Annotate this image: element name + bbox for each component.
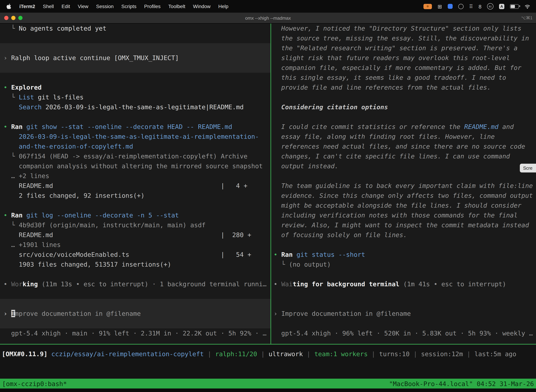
mode-indicator: ultrawork bbox=[268, 350, 303, 358]
text-segment: of focusing solely on file lines. bbox=[274, 231, 407, 238]
text-segment: git show --stat --oneline --decorate HEA… bbox=[23, 123, 232, 130]
terminal-right-pane[interactable]: However, I noticed the "Directory Struct… bbox=[271, 23, 536, 344]
text-segment: Ralph loop active continue [OMX_TMUX_INJ… bbox=[11, 54, 179, 61]
tree-elbow: └ bbox=[4, 152, 19, 160]
text-segment: Ran bbox=[11, 211, 23, 219]
circle-app-icon[interactable] bbox=[458, 4, 463, 9]
file-link: README.md bbox=[464, 123, 498, 130]
text-segment: 2026-03-09-is-legal-the-same-as-legitima… bbox=[42, 103, 244, 111]
menu-app-name[interactable]: iTerm2 bbox=[15, 4, 39, 9]
text-segment: gpt-5.4 xhigh · 96% left · 520K in · 5.8… bbox=[274, 330, 533, 337]
terminal-left-pane[interactable]: └ No agents completed yet› Ralph loop ac… bbox=[0, 23, 270, 344]
apple-icon bbox=[6, 4, 11, 9]
menu-scripts[interactable]: Scripts bbox=[117, 4, 140, 9]
text-segment bbox=[4, 103, 19, 111]
prompt-chevron: › bbox=[274, 310, 281, 317]
terminal-line: However, I noticed the "Directory Struct… bbox=[271, 23, 536, 33]
tmux-status-bar: [omx-cczip0:bash* "MacBook-Pro-44.local"… bbox=[0, 379, 536, 388]
terminal-line bbox=[0, 289, 270, 299]
ran-git-status: • Ran git status --short bbox=[271, 250, 536, 260]
text-segment: Explored bbox=[11, 84, 42, 91]
screen-tooltip: Scre bbox=[520, 164, 536, 173]
bullet: • bbox=[4, 211, 11, 219]
terminal-line: README.md | 280 + bbox=[0, 230, 270, 240]
text-segment: However, I noticed the "Directory Struct… bbox=[274, 25, 522, 32]
terminal-line bbox=[271, 240, 536, 250]
apple-logo[interactable] bbox=[2, 4, 15, 9]
terminal-line bbox=[0, 73, 270, 83]
text-segment: ting for background terminal bbox=[293, 280, 399, 288]
grid-icon[interactable]: ⊞ bbox=[438, 4, 442, 9]
text-segment: src/voice/voiceModeEnabled.ts | 54 + bbox=[4, 251, 251, 258]
menu-profiles[interactable]: Profiles bbox=[140, 4, 164, 9]
branch-name: cczip/essay/ai-reimplementation-copyleft bbox=[51, 350, 204, 358]
window-titlebar: omx --xhigh --madmax ⌥⌘1 bbox=[0, 13, 536, 23]
explored-header: • Explored bbox=[0, 83, 270, 92]
screen-recording-indicator[interactable] bbox=[423, 4, 432, 9]
text-segment: changes, I can't cite specific file line… bbox=[274, 152, 510, 160]
text-segment: 4b9d30f (origin/main, instructkr/main, m… bbox=[19, 221, 206, 229]
terminal-line: the source tree, missing the essay. Stil… bbox=[271, 33, 536, 43]
terminal-line: and-the-erosion-of-copyleft.md bbox=[0, 142, 270, 151]
macos-menubar: iTerm2 ShellEditViewSessionScriptsProfil… bbox=[0, 0, 536, 13]
terminal-line bbox=[0, 269, 270, 279]
ralph-loop-banner: › Ralph loop active continue [OMX_TMUX_I… bbox=[0, 53, 270, 63]
window-title: omx --xhigh --madmax bbox=[0, 15, 536, 21]
terminal-line: might be acceptable alongside the file l… bbox=[271, 201, 536, 210]
terminal-line bbox=[0, 33, 270, 43]
menu-toolbelt[interactable]: Toolbelt bbox=[164, 4, 189, 9]
terminal-line bbox=[271, 92, 536, 102]
terminal-line: README.md | 4 + bbox=[0, 181, 270, 191]
window-shortcut-badge: ⌥⌘1 bbox=[521, 15, 532, 20]
ran-git-log: • Ran git log --oneline --decorate -n 5 … bbox=[0, 210, 270, 220]
session-status: gpt-5.4 xhigh · 96% left · 520K in · 5.8… bbox=[271, 328, 536, 338]
menu-session[interactable]: Session bbox=[92, 4, 117, 9]
text-segment: The team guideline is to back every impo… bbox=[274, 182, 533, 189]
terminal-line: essay file, along with finding root file… bbox=[271, 132, 536, 142]
text-segment: 067f154 (HEAD -> essay/ai-reimplementati… bbox=[19, 152, 247, 160]
terminal-line: this single essay, it seems like a good … bbox=[271, 73, 536, 83]
menu-edit[interactable]: Edit bbox=[58, 4, 74, 9]
text-segment: mprove documentation in @filename bbox=[15, 310, 141, 317]
wifi-icon[interactable] bbox=[524, 4, 530, 9]
text-segment: Ran bbox=[281, 251, 293, 258]
terminal-line bbox=[271, 319, 536, 328]
terminal-line: └ 067f154 (HEAD -> essay/ai-reimplementa… bbox=[0, 151, 270, 161]
menubar-items: ShellEditViewSessionScriptsProfilesToolb… bbox=[39, 4, 232, 9]
terminal-line bbox=[0, 43, 270, 53]
terminal-line: The team guideline is to back every impo… bbox=[271, 181, 536, 191]
menu-window[interactable]: Window bbox=[189, 4, 215, 9]
text-segment: git ls-files bbox=[34, 93, 84, 101]
text-segment: and-the-erosion-of-copyleft.md bbox=[4, 143, 133, 150]
text-segment: (11m 13s • esc to interrupt) · 1 backgro… bbox=[38, 280, 266, 288]
prompt-input[interactable]: › Improve documentation in @filename bbox=[0, 309, 270, 319]
dots-grid-icon[interactable]: ⠿ bbox=[469, 4, 473, 9]
menu-help[interactable]: Help bbox=[214, 4, 232, 9]
thinking-heading: Considering citation options bbox=[271, 102, 536, 112]
terminal-line: changes, I can't cite specific file line… bbox=[271, 151, 536, 161]
text-segment: output instead. bbox=[274, 162, 338, 170]
text-segment: this single essay, it seems like a good … bbox=[274, 74, 506, 81]
number-indicator[interactable]: 8 bbox=[479, 4, 482, 9]
menu-view[interactable]: View bbox=[74, 4, 92, 9]
omx-status-strip: [OMX#0.11.9] cczip/essay/ai-reimplementa… bbox=[0, 345, 536, 379]
text-segment: companion analysis without altering the … bbox=[4, 162, 263, 170]
blue-app-icon[interactable] bbox=[448, 4, 452, 9]
prompt-chevron: › bbox=[4, 310, 11, 317]
menu-shell[interactable]: Shell bbox=[39, 4, 58, 9]
text-segment: and bbox=[498, 123, 514, 130]
turns-counter: turns:10 bbox=[379, 350, 410, 358]
text-segment: references need actual files, and since … bbox=[274, 143, 525, 150]
prompt-input[interactable]: › Improve documentation in @filename bbox=[271, 309, 536, 319]
terminal-line bbox=[271, 299, 536, 309]
terminal-line: references need actual files, and since … bbox=[271, 142, 536, 151]
battery-icon[interactable] bbox=[510, 4, 519, 9]
text-segment: 1903 files changed, 513517 insertions(+) bbox=[4, 261, 171, 268]
battery-percent-icon[interactable]: 61 bbox=[487, 3, 493, 9]
session-status: gpt-5.4 xhigh · main · 91% left · 2.31M … bbox=[0, 328, 270, 338]
text-segment: | bbox=[368, 350, 379, 358]
input-source-icon[interactable]: A bbox=[499, 4, 504, 9]
terminal-line: I could cite commit statistics or refere… bbox=[271, 122, 536, 132]
text-segment: slight risk that future readers may over… bbox=[274, 54, 510, 61]
terminal-line bbox=[271, 112, 536, 122]
